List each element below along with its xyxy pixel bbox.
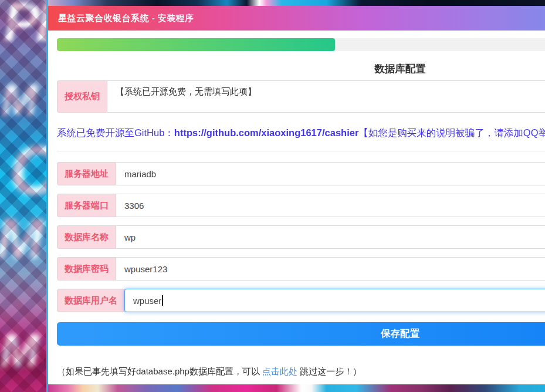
opensource-notice: 系统已免费开源至GitHub：https://github.com/xiaoxi… bbox=[57, 126, 545, 140]
section-divider bbox=[57, 151, 545, 151]
skip-note-after: 跳过这一步！） bbox=[297, 366, 361, 376]
db-username-label: 数据库用户名 bbox=[57, 289, 125, 312]
server-host-label: 服务器地址 bbox=[57, 162, 116, 185]
background-artwork-top bbox=[48, 0, 545, 6]
page-title: 数据库配置 bbox=[57, 62, 545, 76]
installer-window: 星益云聚合收银台系统 - 安装程序 数据库配置 授权私钥 【系统已开源免费，无需… bbox=[48, 6, 545, 384]
db-name-value: wp bbox=[124, 232, 136, 242]
db-username-input[interactable]: wpuser bbox=[124, 289, 545, 312]
db-password-label: 数据库密码 bbox=[57, 257, 116, 281]
install-progress-bar bbox=[57, 38, 545, 51]
server-host-input[interactable]: mariadb bbox=[116, 162, 545, 185]
db-name-group: 数据库名称 wp bbox=[57, 225, 545, 249]
auth-key-group: 授权私钥 【系统已开源免费，无需填写此项】 bbox=[57, 80, 545, 113]
server-port-input[interactable]: 3306 bbox=[116, 194, 545, 217]
db-password-input[interactable]: wpuser123 bbox=[116, 257, 545, 281]
window-title: 星益云聚合收银台系统 - 安装程序 bbox=[58, 13, 194, 23]
db-password-value: wpuser123 bbox=[124, 264, 167, 274]
installer-content: 数据库配置 授权私钥 【系统已开源免费，无需填写此项】 系统已免费开源至GitH… bbox=[48, 38, 545, 377]
background-artwork-bottom bbox=[48, 384, 545, 392]
background-artwork-left: PE M O M M bbox=[0, 0, 48, 392]
server-port-group: 服务器端口 3306 bbox=[57, 194, 545, 217]
save-config-button[interactable]: 保存配置 bbox=[57, 322, 545, 346]
auth-key-placeholder: 【系统已开源免费，无需填写此项】 bbox=[116, 86, 256, 97]
text-caret bbox=[162, 295, 163, 306]
auth-key-input[interactable]: 【系统已开源免费，无需填写此项】 bbox=[107, 80, 545, 113]
skip-link[interactable]: 点击此处 bbox=[262, 366, 297, 376]
auth-key-label: 授权私钥 bbox=[57, 80, 107, 113]
notice-suffix: 【如您是购买来的说明被骗了，请添加QQ举报： bbox=[358, 127, 545, 138]
db-name-input[interactable]: wp bbox=[116, 225, 545, 249]
server-host-group: 服务器地址 mariadb bbox=[57, 162, 545, 185]
db-username-group: 数据库用户名 wpuser bbox=[57, 289, 545, 312]
github-link[interactable]: https://github.com/xiaoxing1617/cashier bbox=[174, 127, 359, 138]
notice-prefix: 系统已免费开源至GitHub： bbox=[57, 127, 174, 138]
db-password-group: 数据库密码 wpuser123 bbox=[57, 257, 545, 281]
skip-note: （如果已事先填写好database.php数据库配置，可以 点击此处 跳过这一步… bbox=[57, 366, 545, 377]
server-port-label: 服务器端口 bbox=[57, 194, 116, 217]
db-username-value: wpuser bbox=[133, 296, 161, 306]
server-host-value: mariadb bbox=[124, 169, 156, 179]
window-titlebar: 星益云聚合收银台系统 - 安装程序 bbox=[48, 6, 545, 31]
background-diamond-pattern bbox=[0, 0, 48, 392]
server-port-value: 3306 bbox=[124, 201, 144, 211]
skip-note-before: （如果已事先填写好database.php数据库配置，可以 bbox=[57, 366, 262, 376]
install-progress-fill bbox=[57, 38, 335, 51]
db-name-label: 数据库名称 bbox=[57, 225, 116, 249]
